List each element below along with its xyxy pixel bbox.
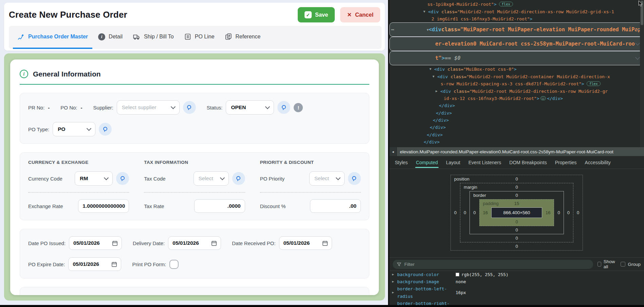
flex-badge[interactable]: flex	[587, 81, 601, 86]
gutter-dots-icon[interactable]: ⋯	[391, 26, 394, 33]
delivery-date-value: 05/01/2026	[172, 240, 199, 246]
dom-tree-line-selected[interactable]: t"> == $0	[389, 51, 644, 65]
box-model-content[interactable]: 866.400×560	[491, 207, 542, 218]
devtools-tab-dom-breakpoints[interactable]: DOM Breakpoints	[505, 156, 551, 169]
supplier-select[interactable]: Select supplier	[117, 100, 180, 115]
expand-arrow-icon[interactable]: ▼	[429, 65, 434, 72]
expand-arrow-icon[interactable]: ▶	[436, 87, 440, 95]
computed-property-row[interactable]: ▶border-bottom-left-radius16px	[389, 285, 644, 300]
box-model-margin[interactable]: margin0 0 border0 0 padding15	[460, 183, 573, 242]
supplier-label: Supplier:	[93, 105, 113, 110]
tab-reference[interactable]: Reference	[220, 26, 265, 49]
exchange-rate-input[interactable]: 1.0000000000000	[78, 199, 129, 213]
cancel-button[interactable]: ✕ Cancel	[340, 7, 380, 22]
dom-tree-line[interactable]: </div>	[389, 138, 644, 146]
closed-date-group: Closed Date: 00/00/0000	[139, 294, 200, 295]
box-model-position[interactable]: position0 0 margin0 0 border0 0	[450, 175, 583, 251]
box-model-border[interactable]: border0 0 padding15 16 866.400×560 16	[470, 191, 564, 234]
save-button[interactable]: ✓ Save	[298, 7, 335, 22]
expand-arrow-icon[interactable]: ▼	[423, 8, 428, 15]
po-type-search-icon[interactable]	[99, 123, 112, 136]
po-priority-select[interactable]: Select	[309, 171, 345, 186]
dom-tree-line-selected[interactable]: er-elevation0 MuiCard-root css-2s58ym-Mu…	[389, 37, 644, 51]
po-type-select[interactable]: PO	[53, 122, 95, 136]
currency-search-icon[interactable]	[116, 172, 129, 185]
funnel-icon	[397, 262, 401, 267]
dom-tree-line[interactable]: ▼<div class="MuiBox-root css-0">	[389, 65, 644, 73]
date-received-input[interactable]: 05/01/2026	[279, 236, 332, 250]
tax-code-select[interactable]: Select	[194, 171, 229, 186]
dom-tree-line[interactable]: </div>	[389, 131, 644, 138]
code-segment: class=	[448, 74, 466, 79]
dom-tree-line[interactable]: </div>	[389, 109, 644, 117]
tab-detail[interactable]: iDetail	[94, 26, 127, 49]
cancel-button-label: Cancel	[355, 12, 373, 18]
dom-tree-line[interactable]: ▶<div class="MuiGrid2-root MuiGrid2-dire…	[389, 87, 644, 95]
status-search-icon[interactable]	[277, 101, 290, 114]
date-po-issued-input[interactable]: 05/01/2026	[69, 236, 122, 250]
calendar-icon	[112, 240, 118, 246]
tab-label: Ship / Bill To	[144, 34, 174, 40]
tax-search-icon[interactable]	[232, 172, 245, 185]
expand-arrow-icon[interactable]: ▶	[392, 271, 397, 278]
counters-panel: Amendment Counter: 0 Print Count: 0 Clos…	[20, 287, 369, 295]
property-name: background-image	[397, 278, 456, 285]
tax-column-header: TAX INFORMATION	[144, 160, 245, 165]
priority-search-icon[interactable]	[348, 172, 361, 185]
computed-property-row[interactable]: ▶background-colorrgb(255, 255, 255)	[389, 271, 644, 278]
dom-tree-line-selected[interactable]: ⋯▼<div class="MuiPaper-root MuiPaper-ele…	[389, 22, 644, 37]
status-select[interactable]: OPEN	[226, 100, 274, 115]
expand-arrow-icon[interactable]: ▼	[433, 73, 437, 80]
delivery-date-group: Delivery Date: 05/01/2026	[133, 236, 221, 250]
breadcrumb-back-icon[interactable]: ◂	[389, 147, 397, 156]
dom-tree-line[interactable]: s-row MuiGrid2-spacing-xs-3 css-dkd71f-M…	[389, 80, 644, 87]
expand-arrow-icon[interactable]: ▶	[392, 278, 397, 285]
ellipsis-badge[interactable]: …	[540, 96, 546, 100]
filter-input[interactable]: Filter	[393, 260, 593, 269]
dom-tree-line[interactable]: ▼<div class="MuiGrid2-root MuiGrid2-dire…	[389, 8, 644, 15]
code-segment: "MuiBox-root css-0"	[463, 67, 514, 72]
expand-arrow-icon[interactable]: ▶	[392, 289, 397, 296]
tab-purchase-order-master[interactable]: Purchase Order Master	[13, 26, 92, 49]
delivery-date-input[interactable]: 05/01/2026	[168, 236, 221, 250]
divider	[260, 192, 361, 193]
code-segment: >	[494, 2, 497, 7]
breadcrumb[interactable]: elevation.MuiPaper-rounded.MuiPaper-elev…	[397, 149, 613, 154]
dom-tree-line[interactable]: </div>	[389, 102, 644, 109]
tab-ship-bill-to[interactable]: Ship / Bill To	[128, 26, 178, 49]
dom-tree-line[interactable]: </div>	[389, 124, 644, 131]
tree-scrollbar[interactable]	[640, 0, 644, 147]
devtools-tab-event-listeners[interactable]: Event Listeners	[464, 156, 505, 169]
dom-tree-line[interactable]: 2 imgGird1 css-16fnxy3-MuiGrid2-root">	[389, 15, 644, 22]
devtools-tab-accessibility[interactable]: Accessibility	[581, 156, 615, 169]
section-header: i General Information	[20, 70, 369, 78]
dom-tree-line[interactable]: ▼<div class="MuiGrid2-root MuiGrid2-cont…	[389, 73, 644, 80]
flex-badge[interactable]: flex	[499, 2, 513, 6]
devtools-tab-properties[interactable]: Properties	[551, 156, 581, 169]
code-segment: "MuiGrid2-root MuiGrid2-direction-xs-row…	[457, 9, 614, 14]
po-expire-input[interactable]: 05/01/2026	[68, 257, 121, 271]
print-po-form-checkbox[interactable]	[169, 260, 179, 269]
tab-po-line[interactable]: PO Line	[180, 26, 219, 49]
print-count-label: Print Count:	[94, 295, 121, 295]
tax-rate-input[interactable]: .0000	[194, 199, 245, 213]
devtools-tab-layout[interactable]: Layout	[442, 156, 464, 169]
pr-no-label: PR No:	[28, 105, 44, 110]
dom-tree-line[interactable]: </div>	[389, 117, 644, 124]
supplier-search-icon[interactable]	[183, 101, 196, 114]
border-right: 0	[554, 210, 563, 215]
show-all-checkbox[interactable]	[597, 262, 601, 267]
group-label: Group	[628, 262, 641, 267]
dom-tree-line[interactable]: ss-1pi8xg4-MuiGrid2-root">flex	[389, 1, 644, 8]
devtools-tab-computed[interactable]: Computed	[412, 156, 442, 169]
discount-input[interactable]: .00	[310, 199, 361, 213]
devtools-tab-bar: StylesComputedLayoutEvent ListenersDOM B…	[389, 156, 644, 169]
group-checkbox[interactable]	[621, 262, 625, 267]
box-model-padding[interactable]: padding15 16 866.400×560 16 0	[479, 199, 554, 226]
currency-code-select[interactable]: RM	[75, 171, 113, 186]
computed-property-row[interactable]: ▶background-imagenone	[389, 278, 644, 285]
dom-tree-line[interactable]: id-xs-12 css-16fnxy3-MuiGrid2-root">…</d…	[389, 95, 644, 102]
property-value: none	[456, 278, 466, 285]
devtools-tab-styles[interactable]: Styles	[391, 156, 412, 169]
property-value-text: none	[456, 278, 466, 285]
